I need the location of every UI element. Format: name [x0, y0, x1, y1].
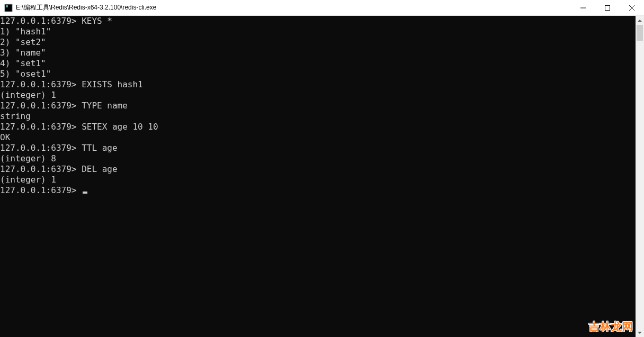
output-text: 1) "hash1": [0, 26, 51, 37]
minimize-button[interactable]: [571, 0, 595, 15]
window-title: E:\编程工具\Redis\Redis-x64-3.2.100\redis-cl…: [16, 3, 571, 12]
window-controls: [571, 0, 644, 15]
svg-line-4: [629, 5, 634, 11]
output-text: 4) "set1": [0, 58, 46, 68]
terminal-output-line: OK: [0, 132, 636, 143]
prompt-text: 127.0.0.1:6379>: [0, 164, 82, 174]
output-text: 3) "name": [0, 48, 46, 58]
terminal-output-line: (integer) 1: [0, 175, 636, 185]
watermark-text: 吉林龙网: [589, 320, 633, 334]
terminal-output-line: 4) "set1": [0, 58, 636, 69]
chevron-down-icon: [638, 332, 642, 334]
vertical-scrollbar: [636, 16, 644, 337]
maximize-button[interactable]: [595, 0, 620, 15]
terminal-output-line: 3) "name": [0, 48, 636, 58]
prompt-text: 127.0.0.1:6379>: [0, 79, 82, 89]
command-text: DEL age: [82, 164, 117, 174]
terminal-command-line: 127.0.0.1:6379> TYPE name: [0, 101, 636, 111]
cursor-icon: [83, 192, 87, 194]
prompt-text: 127.0.0.1:6379>: [0, 185, 82, 195]
prompt-text: 127.0.0.1:6379>: [0, 143, 82, 153]
output-text: 5) "oset1": [0, 69, 51, 79]
app-icon: [4, 4, 13, 12]
prompt-text: 127.0.0.1:6379>: [0, 16, 82, 26]
scroll-thumb[interactable]: [637, 25, 643, 41]
terminal-output-line: 5) "oset1": [0, 69, 636, 79]
svg-rect-1: [6, 5, 8, 7]
scroll-down-button[interactable]: [636, 328, 644, 337]
command-text: KEYS *: [82, 16, 112, 26]
output-text: 2) "set2": [0, 37, 46, 47]
command-text: SETEX age 10 10: [82, 122, 158, 132]
output-text: OK: [0, 132, 10, 142]
terminal-output-line: 2) "set2": [0, 37, 636, 48]
terminal-command-line: 127.0.0.1:6379> SETEX age 10 10: [0, 122, 636, 132]
output-text: string: [0, 111, 31, 121]
command-text: TYPE name: [82, 101, 128, 111]
svg-rect-3: [605, 5, 610, 10]
terminal-prompt-line: 127.0.0.1:6379>: [0, 185, 636, 196]
terminal-command-line: 127.0.0.1:6379> KEYS *: [0, 16, 636, 26]
terminal-command-line: 127.0.0.1:6379> EXISTS hash1: [0, 79, 636, 90]
terminal-output[interactable]: 127.0.0.1:6379> KEYS *1) "hash1"2) "set2…: [0, 16, 636, 337]
chevron-up-icon: [638, 20, 642, 22]
terminal-output-line: 1) "hash1": [0, 26, 636, 37]
terminal-command-line: 127.0.0.1:6379> DEL age: [0, 164, 636, 175]
output-text: (integer) 1: [0, 175, 56, 185]
prompt-text: 127.0.0.1:6379>: [0, 101, 82, 111]
terminal-command-line: 127.0.0.1:6379> TTL age: [0, 143, 636, 153]
scroll-up-button[interactable]: [636, 16, 644, 25]
terminal-output-line: (integer) 8: [0, 153, 636, 164]
svg-line-5: [629, 5, 634, 11]
window-titlebar: E:\编程工具\Redis\Redis-x64-3.2.100\redis-cl…: [0, 0, 644, 16]
terminal-output-line: string: [0, 111, 636, 122]
output-text: (integer) 8: [0, 153, 56, 163]
close-button[interactable]: [620, 0, 644, 15]
output-text: (integer) 1: [0, 90, 56, 100]
command-text: TTL age: [82, 143, 117, 153]
prompt-text: 127.0.0.1:6379>: [0, 122, 82, 132]
terminal-output-line: (integer) 1: [0, 90, 636, 101]
command-text: EXISTS hash1: [82, 79, 143, 89]
terminal-container: 127.0.0.1:6379> KEYS *1) "hash1"2) "set2…: [0, 16, 644, 337]
